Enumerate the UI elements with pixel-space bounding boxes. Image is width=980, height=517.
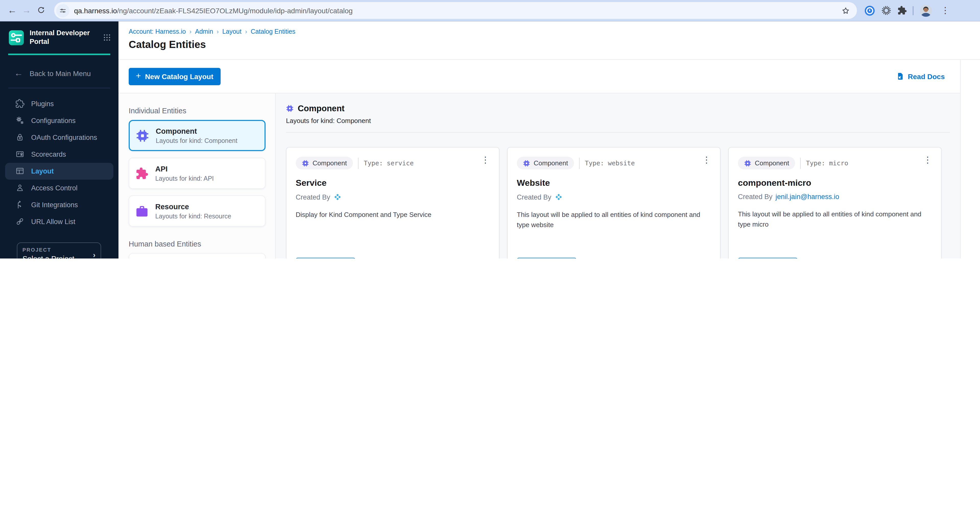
- type-text: Type: website: [585, 159, 635, 167]
- password-extension-icon[interactable]: [864, 5, 875, 16]
- kind-header: Component: [286, 104, 950, 113]
- back-arrow-icon: ←: [14, 68, 23, 79]
- site-settings-icon[interactable]: [56, 4, 70, 17]
- entity-subtitle: Layouts for kind: API: [155, 175, 214, 182]
- page-title: Catalog Entities: [129, 39, 980, 51]
- entity-section-label: Individual Entities: [129, 107, 266, 115]
- scorecard-icon: [15, 150, 24, 159]
- created-by-label: Created By: [738, 193, 772, 201]
- layout-card-service: Component Type: service ⋮ Service Create…: [286, 147, 500, 258]
- entity-title: API: [155, 164, 214, 174]
- chip-icon: [136, 129, 149, 142]
- browser-toolbar: ← → qa.harness.io/ng/account/zEaak-FLS42…: [0, 0, 980, 21]
- sidebar-item-layout[interactable]: Layout: [5, 163, 113, 180]
- card-actions: Edit Layout View Applied Entities: [296, 258, 433, 258]
- kind-badge: Component: [517, 157, 574, 170]
- puzzle-icon: [135, 167, 149, 180]
- sidebar-item-label: URL Allow List: [31, 218, 75, 225]
- new-catalog-layout-button[interactable]: + New Catalog Layout: [129, 68, 220, 85]
- browser-back-icon[interactable]: ←: [5, 3, 19, 17]
- sidebar-item-plugins[interactable]: Plugins: [0, 95, 118, 112]
- sidebar-item-label: Scorecards: [31, 151, 66, 158]
- content: Individual EntitiesComponentLayouts for …: [118, 93, 960, 258]
- kind-badge-label: Component: [313, 159, 347, 167]
- branch-icon: [15, 200, 24, 209]
- kind-badge-label: Component: [534, 159, 568, 167]
- created-by-link[interactable]: jenil.jain@harness.io: [775, 193, 839, 201]
- sidebar-item-url-allow-list[interactable]: URL Allow List: [0, 213, 118, 230]
- kind-subtitle: Layouts for kind: Component: [286, 117, 950, 125]
- breadcrumb-item-admin[interactable]: Admin: [195, 28, 213, 35]
- breadcrumb-item-catalog-entities[interactable]: Catalog Entities: [251, 28, 296, 35]
- layout-cards-grid: Component Type: service ⋮ Service Create…: [286, 147, 950, 258]
- main-area: Account: Harness.io›Admin›Layout›Catalog…: [118, 21, 980, 258]
- project-selector[interactable]: PROJECT Select a Project ›: [17, 243, 101, 259]
- browser-actions: ⋮: [864, 3, 953, 17]
- sidebar-item-oauth-configurations[interactable]: OAuth Configurations: [0, 129, 118, 146]
- card-menu-icon[interactable]: ⋮: [700, 154, 713, 167]
- browser-menu-icon[interactable]: ⋮: [938, 3, 953, 17]
- module-grid-icon[interactable]: [103, 33, 111, 42]
- project-value: Select a Project: [22, 255, 95, 259]
- extensions-puzzle-icon[interactable]: [897, 6, 907, 15]
- created-by-row: Created By: [296, 193, 490, 201]
- sidebar-item-git-integrations[interactable]: Git Integrations: [0, 197, 118, 213]
- sidebar-divider: [8, 88, 110, 88]
- entity-nav-user[interactable]: UserLayouts for kind: User: [129, 253, 266, 258]
- idp-logo-icon: [8, 30, 24, 46]
- address-bar[interactable]: qa.harness.io/ng/account/zEaak-FLS425IEO…: [54, 2, 857, 19]
- entity-subtitle: Layouts for kind: Component: [156, 137, 237, 144]
- entity-title: Resource: [155, 202, 231, 212]
- breadcrumb-separator: ›: [217, 28, 219, 35]
- kind-badge: Component: [296, 157, 353, 170]
- layout-icon: [15, 167, 24, 176]
- card-badge-row: Component Type: website: [517, 157, 711, 170]
- card-menu-icon[interactable]: ⋮: [479, 154, 492, 167]
- sidebar-item-access-control[interactable]: Access Control: [0, 180, 118, 197]
- entity-nav-component[interactable]: ComponentLayouts for kind: Component: [129, 120, 266, 151]
- created-by-row: Created Byjenil.jain@harness.io: [738, 193, 932, 201]
- lock-icon: [15, 133, 24, 142]
- breadcrumb-item-account-harness-io[interactable]: Account: Harness.io: [129, 28, 186, 35]
- sidebar-menu: PluginsConfigurationsOAuth Configuration…: [0, 95, 118, 230]
- badge-divider: [800, 157, 801, 169]
- browser-forward-icon[interactable]: →: [19, 3, 34, 17]
- entity-title: Component: [156, 127, 237, 136]
- kind-title: Component: [298, 104, 344, 113]
- gears-icon: [15, 116, 24, 125]
- breadcrumb-separator: ›: [245, 28, 247, 35]
- url-text[interactable]: qa.harness.io/ng/account/zEaak-FLS425IEO…: [74, 6, 838, 14]
- loader-extension-icon[interactable]: [881, 5, 892, 16]
- back-to-main-menu[interactable]: ← Back to Main Menu: [0, 55, 118, 88]
- browser-profile-avatar[interactable]: [919, 4, 932, 17]
- chip-icon: [744, 160, 751, 167]
- link-icon: [15, 217, 24, 226]
- sidebar-item-scorecards[interactable]: Scorecards: [0, 146, 118, 163]
- edit-layout-button[interactable]: Edit Layout: [738, 258, 798, 258]
- product-title: Internal Developer Portal: [30, 29, 97, 46]
- edit-layout-button[interactable]: Edit Layout: [517, 258, 577, 258]
- created-by-label: Created By: [517, 193, 551, 201]
- card-badge-row: Component Type: micro: [738, 157, 932, 170]
- entity-nav-resource[interactable]: ResourceLayouts for kind: Resource: [129, 195, 266, 227]
- breadcrumb: Account: Harness.io›Admin›Layout›Catalog…: [129, 28, 980, 35]
- breadcrumb-item-layout[interactable]: Layout: [223, 28, 242, 35]
- sidebar-item-label: Git Integrations: [31, 201, 78, 209]
- sidebar-item-configurations[interactable]: Configurations: [0, 112, 118, 129]
- card-title: Service: [296, 178, 490, 188]
- edit-layout-button[interactable]: Edit Layout: [296, 258, 355, 258]
- entity-subtitle: Layouts for kind: Resource: [155, 213, 231, 220]
- sidebar-item-label: Plugins: [31, 100, 54, 108]
- actions-row: + New Catalog Layout Read Docs: [118, 60, 960, 93]
- app: Internal Developer Portal ← Back to Main…: [0, 21, 980, 258]
- bookmark-star-icon[interactable]: [838, 3, 853, 17]
- badge-divider: [579, 157, 580, 169]
- browser-reload-icon[interactable]: [34, 3, 48, 17]
- card-menu-icon[interactable]: ⋮: [921, 154, 934, 167]
- read-docs-icon: [896, 72, 904, 81]
- product-logo-row: Internal Developer Portal: [0, 21, 118, 52]
- read-docs-link[interactable]: Read Docs: [896, 72, 945, 81]
- person-outline-icon: [15, 184, 24, 193]
- entity-nav-api[interactable]: APILayouts for kind: API: [129, 158, 266, 189]
- sidebar-item-label: Access Control: [31, 184, 78, 192]
